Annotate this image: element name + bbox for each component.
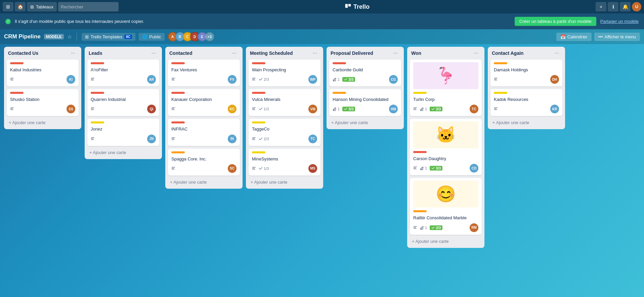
home-button[interactable]: ⊞ [3,2,13,11]
card-carson[interactable]: 🐱Carson Daughtry 13/3 CD [410,119,482,175]
card-infrac[interactable]: INFRAC IN [168,119,240,146]
description-icon [171,137,175,141]
card-vulca[interactable]: Vulca Minerals 1/3 VM [249,89,320,116]
svg-rect-47 [414,226,417,227]
add-card-button[interactable]: + Ajouter une carte [168,178,240,186]
card-kadok[interactable]: Kadok Resources KR [490,89,562,116]
card-footer: AR [91,75,156,84]
card-minesystems[interactable]: MineSystems 1/3 MS [249,149,320,176]
card-arofilter[interactable]: A'roFilter AR [87,60,159,86]
svg-rect-55 [494,110,497,110]
column-menu-button[interactable]: ··· [391,49,400,57]
description-icon [494,107,498,111]
search-input[interactable] [58,2,119,11]
svg-rect-11 [91,108,95,108]
card-meta [171,77,175,81]
card-fax[interactable]: Fax Ventures FV [168,60,240,86]
card-footer: IN [171,135,237,143]
card-image: 🐱 [413,121,478,148]
column-title: Contacted [169,50,192,56]
svg-rect-29 [252,78,256,79]
card-hanson[interactable]: Hanson Mining Consolidated 13/3 HM [329,89,401,116]
create-from-template-button[interactable]: Créer un tableau à partir d'un modèle [515,17,596,26]
column-menu-button[interactable]: ··· [149,49,158,57]
card-footer: 13/3 CG [333,75,398,84]
visibility-icon: 🌐 [142,34,147,39]
card-damask[interactable]: Damask Holdings DH [490,60,562,86]
card-title: A'roFilter [91,67,156,73]
column-menu-button[interactable]: ··· [69,49,77,57]
svg-rect-40 [252,169,255,170]
card-label [413,92,427,94]
extra-members-badge[interactable]: +3 [205,32,214,41]
card-title: Fax Ventures [171,67,237,73]
card-jonez[interactable]: Jonez JN [87,119,159,146]
checklist-badge: 3/3 [430,225,442,230]
column-menu-button[interactable]: ··· [553,49,561,57]
card-ralltiir[interactable]: 😊Ralltiir Consolidated Marble 13/3 RM [410,178,482,234]
description-icon [171,107,175,111]
plus-button[interactable]: + [596,2,606,11]
svg-rect-36 [252,138,255,139]
card-carbonite[interactable]: Carbonite Guild 13/3 CG [329,60,401,86]
card-title: Spagga Core. Inc. [171,156,237,162]
board-header: CRM Pipeline MODÈLE ☆ ⊞ Trello Templates… [0,29,644,44]
card-quarren[interactable]: Quarren Industrial QI [87,89,159,116]
calendar-button[interactable]: 📅 Calendrier [556,33,592,41]
add-card-button[interactable]: + Ajouter une carte [329,119,401,126]
card-footer: DH [494,75,559,84]
info-button[interactable]: ℹ [608,2,618,11]
card-footer: KC [171,105,237,113]
column-menu-button[interactable]: ··· [311,49,319,57]
card-title: Kadok Resources [494,97,559,103]
visibility-label: Public [149,34,161,39]
card-title: Hanson Mining Consolidated [333,97,398,103]
add-card-button[interactable]: + Ajouter une carte [490,119,562,126]
card-wain[interactable]: Wain Prospecting 2/3 WP [249,60,320,86]
card-kabul[interactable]: Kabul Industries KI [7,60,79,86]
card-title: Wain Prospecting [252,67,317,73]
banner-text: Il s'agit d'un modèle public que tous le… [15,19,511,24]
card-title: Quarren Industrial [91,97,156,103]
add-card-button[interactable]: + Ajouter une carte [7,119,79,126]
column-leads: Leads ··· A'roFilter AR Quarren Industri… [85,47,162,159]
svg-rect-28 [172,169,175,170]
user-avatar[interactable]: U [632,2,641,11]
boards-tab[interactable]: ⊞ Tableaux [27,2,57,11]
svg-rect-48 [414,227,416,228]
add-card-button[interactable]: + Ajouter une carte [87,149,159,156]
share-template-link[interactable]: Partager un modèle [600,19,639,24]
svg-rect-44 [414,167,417,168]
board-header-actions: 📅 Calendrier ••• Afficher le menu [556,33,640,41]
svg-rect-45 [414,168,416,169]
column-menu-button[interactable]: ··· [230,49,239,57]
checklist-icon: 1/3 [259,107,269,111]
card-image: 🦩 [413,62,478,89]
card-footer: 2/3 TC [252,135,317,143]
checklist-badge: 3/3 [430,107,442,111]
card-kanauer[interactable]: Kanauer Corporation KC [168,89,240,116]
column-menu-button[interactable]: ··· [472,49,480,57]
bell-button[interactable]: 🔔 [620,2,631,11]
star-button[interactable]: ☆ [67,34,72,40]
column-meeting-scheduled: Meeting Scheduled ··· Wain Prospecting 2… [246,47,323,189]
trello-logo-text: Trello [353,3,370,10]
card-shusko[interactable]: Shusko Station SS [7,89,79,116]
svg-rect-20 [172,108,175,108]
card-title: Carson Daughtry [413,156,478,162]
add-card-button[interactable]: + Ajouter une carte [410,237,482,245]
checklist-badge: 3/3 [342,107,355,111]
menu-button[interactable]: ••• Afficher le menu [594,33,640,41]
description-icon [252,107,256,111]
card-turlin[interactable]: 🦩Turlin Corp 13/3 TC [410,60,482,116]
add-card-button[interactable]: + Ajouter une carte [249,178,320,186]
public-template-banner: ✓ Il s'agit d'un modèle public que tous … [0,13,644,29]
card-avatar: SC [228,164,237,173]
description-icon [91,107,95,111]
svg-rect-5 [10,108,14,108]
card-taggeco[interactable]: TaggeCo 2/3 TC [249,119,320,146]
card-meta [10,77,14,81]
card-spagga[interactable]: Spagga Core. Inc. SC [168,149,240,176]
card-avatar: IN [228,135,237,143]
home-icon-button[interactable]: 🏠 [15,2,26,11]
